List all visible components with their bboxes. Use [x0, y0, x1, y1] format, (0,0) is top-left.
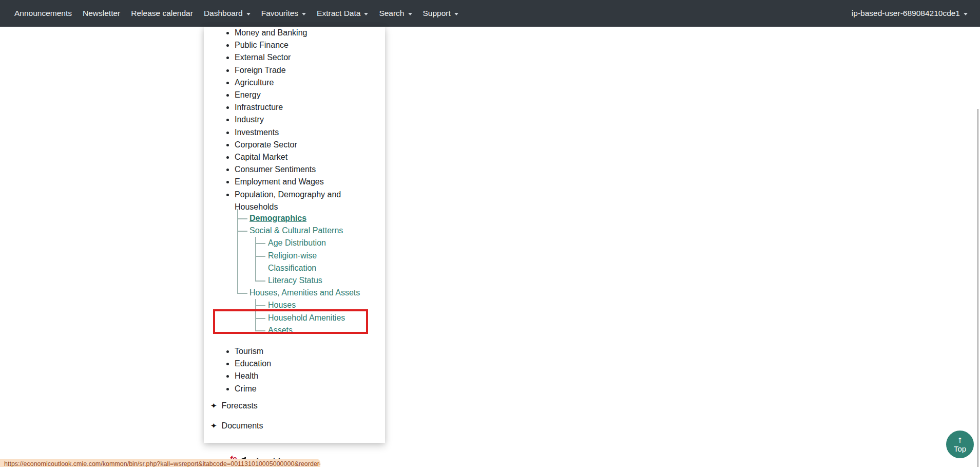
nav-label: Extract Data [317, 9, 360, 18]
tree-link-demographics[interactable]: Demographics [249, 212, 306, 225]
chevron-down-icon [364, 13, 368, 15]
documents-label: Documents [222, 421, 263, 431]
nav-label: Announcements [14, 9, 72, 18]
nav-label: Dashboard [204, 9, 243, 18]
chevron-down-icon [964, 13, 968, 15]
nav-label: Favourites [261, 9, 298, 18]
nav-newsletter[interactable]: Newsletter [83, 9, 120, 18]
user-label: ip-based-user-689084210cde1 [852, 9, 960, 18]
chevron-down-icon [246, 13, 251, 15]
category-dropdown-panel: Money and Banking Public Finance Externa… [204, 27, 385, 443]
tree-link-houses-amenities-assets[interactable]: Houses, Amenities and Assets [249, 287, 360, 299]
category-item[interactable]: Tourism [204, 345, 385, 358]
tree-link-religion-wise-classification-line2[interactable]: Classification [268, 262, 316, 274]
nav-support[interactable]: Support [423, 9, 458, 18]
nav-search[interactable]: Search [379, 9, 412, 18]
category-item[interactable]: Foreign Trade [204, 64, 385, 77]
status-bar-url: https://economicoutlook.cmie.com/kommon/… [0, 459, 320, 467]
category-item[interactable]: Agriculture [204, 77, 385, 89]
four-pointed-star-icon: ✦ [210, 401, 217, 410]
category-item[interactable]: Consumer Sentiments [204, 163, 385, 176]
documents-link[interactable]: ✦ Documents [210, 421, 263, 431]
category-item[interactable]: Health [204, 370, 385, 382]
back-to-top-label: Top [954, 445, 966, 453]
category-item[interactable]: Employment and Wages [204, 176, 385, 188]
category-item[interactable]: Education [204, 358, 385, 370]
chevron-down-icon [302, 13, 306, 15]
forecasts-link[interactable]: ✦ Forecasts [210, 401, 258, 410]
four-pointed-star-icon: ✦ [210, 421, 217, 431]
category-item[interactable]: Infrastructure [204, 101, 385, 114]
tree-connector-line [237, 218, 247, 219]
tree-connector-line [237, 231, 247, 232]
nav-favourites[interactable]: Favourites [261, 9, 306, 18]
nav-announcements[interactable]: Announcements [14, 9, 72, 18]
tree-link-religion-wise-classification-line1[interactable]: Religion-wise [268, 250, 317, 262]
top-navbar: Announcements Newsletter Release calenda… [0, 0, 980, 27]
category-item[interactable]: Capital Market [204, 151, 385, 163]
tree-connector-line [237, 293, 247, 294]
category-list-top: Money and Banking Public Finance Externa… [204, 27, 385, 213]
category-item[interactable]: Industry [204, 114, 385, 126]
tree-link-social-cultural-patterns[interactable]: Social & Cultural Patterns [249, 225, 343, 237]
nav-release-calendar[interactable]: Release calendar [131, 9, 193, 18]
tree-connector-line [255, 281, 265, 282]
nav-dashboard[interactable]: Dashboard [204, 9, 251, 18]
arrow-up-icon: ↑ [957, 437, 963, 444]
chevron-down-icon [454, 13, 458, 15]
category-item[interactable]: Money and Banking [204, 27, 385, 39]
tree-link-literacy-status[interactable]: Literacy Status [268, 274, 322, 287]
category-item-population-demography[interactable]: Population, Demography and Households [204, 189, 350, 213]
category-item[interactable]: Crime [204, 383, 385, 395]
tree-connector-line [255, 243, 265, 244]
tree-connector-line [255, 305, 265, 306]
nav-label: Release calendar [131, 9, 193, 18]
tree-link-age-distribution[interactable]: Age Distribution [268, 237, 326, 249]
category-item[interactable]: Corporate Sector [204, 139, 385, 151]
category-item[interactable]: Public Finance [204, 39, 385, 51]
scrollbar-thumb[interactable] [977, 109, 978, 467]
nav-label: Support [423, 9, 451, 18]
nav-label: Newsletter [83, 9, 120, 18]
highlight-rectangle [213, 309, 368, 334]
tree-connector-line [237, 209, 238, 293]
category-item[interactable]: Investments [204, 126, 385, 139]
back-to-top-button[interactable]: ↑ Top [946, 431, 974, 458]
tree-connector-line [255, 256, 265, 257]
category-item[interactable]: External Sector [204, 51, 385, 64]
chevron-down-icon [408, 13, 412, 15]
category-item[interactable]: Energy [204, 89, 385, 101]
nav-extract-data[interactable]: Extract Data [317, 9, 368, 18]
forecasts-label: Forecasts [222, 401, 258, 410]
user-menu[interactable]: ip-based-user-689084210cde1 [852, 9, 968, 18]
nav-label: Search [379, 9, 404, 18]
category-list-bottom: Tourism Education Health Crime [204, 345, 385, 395]
